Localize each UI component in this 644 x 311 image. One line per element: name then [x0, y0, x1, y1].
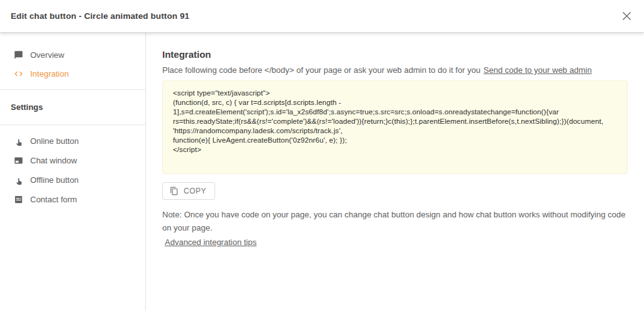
code-icon: [14, 69, 23, 79]
sidebar-item-label: Contact form: [30, 195, 77, 204]
send-code-link[interactable]: Send code to your web admin: [484, 65, 592, 75]
code-line: rs=this.readyState;if(rs&&(rs!='complete…: [173, 117, 617, 126]
code-line: </script>: [173, 145, 617, 155]
sidebar-item-overview[interactable]: Overview: [0, 45, 145, 64]
advanced-integration-tips-link[interactable]: Advanced integration tips: [165, 237, 257, 247]
hand-pointer-icon: [14, 175, 23, 185]
sidebar-item-label: Offline button: [30, 175, 79, 185]
dialog-title: Edit chat button - Circle animated butto…: [11, 11, 189, 21]
chat-bubble-icon: [14, 50, 23, 60]
instruction-body: Place following code before </body> of y…: [162, 65, 480, 75]
sidebar-item-label: Chat window: [30, 156, 77, 165]
sidebar-item-label: Integration: [30, 69, 69, 79]
code-line: 1],s=d.createElement('script');s.id='la_…: [173, 107, 617, 117]
page-title: Integration: [162, 49, 628, 60]
sidebar-item-integration[interactable]: Integration: [0, 64, 145, 83]
note-text: Note: Once you have code on your page, y…: [162, 208, 628, 234]
dialog-body: Overview Integration Settings Online but…: [0, 33, 644, 311]
sidebar: Overview Integration Settings Online but…: [0, 33, 146, 311]
code-line: <script type="text/javascript">: [173, 89, 617, 98]
code-line: (function(d, src, c) { var t=d.scripts[d…: [173, 98, 617, 107]
instruction-text: Place following code before </body> of y…: [162, 65, 628, 75]
integration-code-block[interactable]: <script type="text/javascript"> (functio…: [162, 80, 628, 174]
copy-button[interactable]: COPY: [162, 182, 215, 200]
form-icon: [14, 195, 23, 204]
sidebar-item-chat-window[interactable]: Chat window: [0, 151, 145, 170]
sidebar-section-settings: Settings: [0, 96, 145, 118]
sidebar-settings-group: Online button Chat window Offline but: [0, 131, 145, 209]
sidebar-divider: [0, 124, 145, 125]
window-icon: [14, 156, 23, 165]
sidebar-item-contact-form[interactable]: Contact form: [0, 190, 145, 209]
dialog-header: Edit chat button - Circle animated butto…: [0, 0, 644, 33]
close-icon[interactable]: [619, 9, 634, 24]
sidebar-item-offline-button[interactable]: Offline button: [0, 170, 145, 190]
copy-icon: [170, 187, 179, 195]
hand-pointer-icon: [14, 136, 23, 146]
sidebar-item-online-button[interactable]: Online button: [0, 131, 145, 151]
sidebar-item-label: Online button: [30, 136, 79, 146]
code-line: function(e){ LiveAgent.createButton('0z9…: [173, 136, 617, 145]
code-line: 'https://randomcompany.ladesk.com/script…: [173, 126, 617, 136]
sidebar-item-label: Overview: [30, 50, 64, 60]
sidebar-divider: [0, 89, 145, 90]
copy-button-label: COPY: [184, 187, 206, 195]
main-content: Integration Place following code before …: [146, 33, 644, 311]
